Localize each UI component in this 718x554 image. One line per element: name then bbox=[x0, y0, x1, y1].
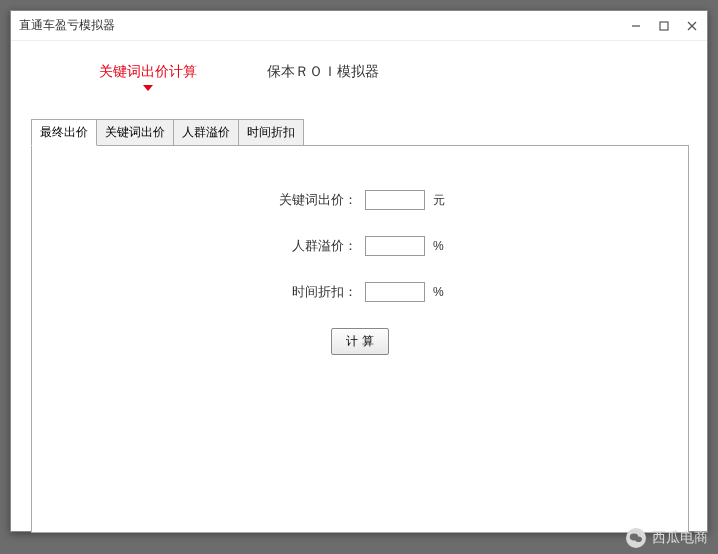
button-row: 计 算 bbox=[32, 328, 688, 355]
minimize-icon[interactable] bbox=[629, 19, 643, 33]
label-keyword-bid: 关键词出价： bbox=[267, 191, 357, 209]
tabs-container: 最终出价 关键词出价 人群溢价 时间折扣 关键词出价： 元 人群溢价： % 时间… bbox=[31, 119, 689, 533]
app-window: 直通车盈亏模拟器 关键词出价计算 保本ＲＯＩ模拟器 最终出价 关键词出价 人群溢… bbox=[10, 10, 708, 532]
nav-breakeven-roi-sim[interactable]: 保本ＲＯＩ模拟器 bbox=[267, 63, 379, 81]
input-crowd-premium[interactable] bbox=[365, 236, 425, 256]
window-controls bbox=[629, 19, 699, 33]
unit-time-discount: % bbox=[433, 285, 453, 299]
unit-keyword-bid: 元 bbox=[433, 192, 453, 209]
row-time-discount: 时间折扣： % bbox=[32, 282, 688, 302]
tab-panel-final-bid: 关键词出价： 元 人群溢价： % 时间折扣： % 计 算 bbox=[31, 145, 689, 533]
unit-crowd-premium: % bbox=[433, 239, 453, 253]
maximize-icon[interactable] bbox=[657, 19, 671, 33]
tab-final-bid[interactable]: 最终出价 bbox=[31, 119, 97, 146]
label-time-discount: 时间折扣： bbox=[267, 283, 357, 301]
tabs: 最终出价 关键词出价 人群溢价 时间折扣 bbox=[31, 119, 689, 146]
svg-point-5 bbox=[635, 536, 642, 542]
tab-keyword-bid[interactable]: 关键词出价 bbox=[96, 119, 174, 146]
input-time-discount[interactable] bbox=[365, 282, 425, 302]
top-nav: 关键词出价计算 保本ＲＯＩ模拟器 bbox=[11, 41, 707, 93]
window-title: 直通车盈亏模拟器 bbox=[19, 17, 629, 34]
wechat-icon bbox=[626, 528, 646, 548]
close-icon[interactable] bbox=[685, 19, 699, 33]
nav-keyword-bid-calc[interactable]: 关键词出价计算 bbox=[99, 63, 197, 81]
titlebar: 直通车盈亏模拟器 bbox=[11, 11, 707, 41]
watermark: 西瓜电商 bbox=[626, 528, 708, 548]
row-crowd-premium: 人群溢价： % bbox=[32, 236, 688, 256]
input-keyword-bid[interactable] bbox=[365, 190, 425, 210]
tab-time-discount[interactable]: 时间折扣 bbox=[238, 119, 304, 146]
row-keyword-bid: 关键词出价： 元 bbox=[32, 190, 688, 210]
label-crowd-premium: 人群溢价： bbox=[267, 237, 357, 255]
calculate-button[interactable]: 计 算 bbox=[331, 328, 388, 355]
tab-crowd-premium[interactable]: 人群溢价 bbox=[173, 119, 239, 146]
watermark-text: 西瓜电商 bbox=[652, 529, 708, 547]
svg-rect-1 bbox=[660, 22, 668, 30]
